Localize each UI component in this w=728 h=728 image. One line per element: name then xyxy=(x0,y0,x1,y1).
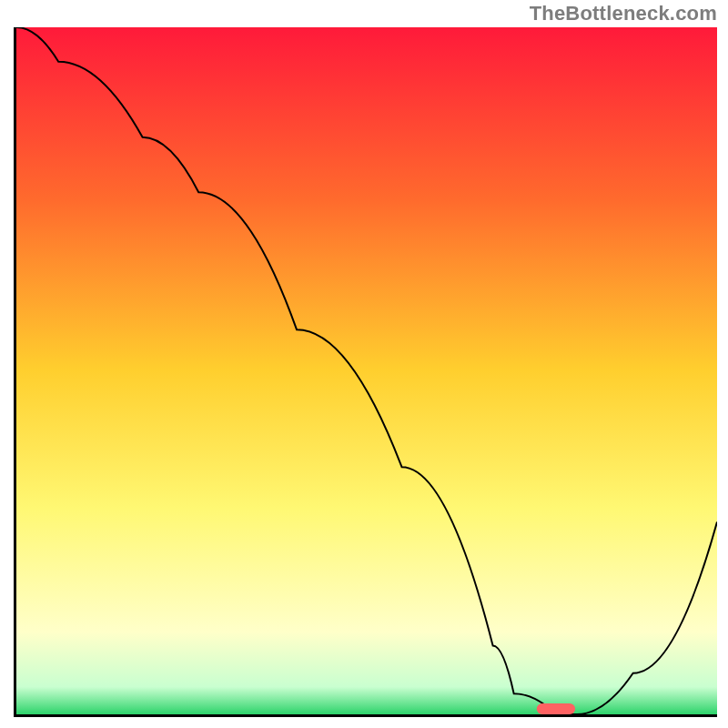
chart-svg xyxy=(16,27,717,714)
chart-plot-area xyxy=(14,27,717,717)
chart-background xyxy=(16,27,717,714)
watermark-text: TheBottleneck.com xyxy=(530,2,717,25)
optimal-marker xyxy=(537,703,575,714)
